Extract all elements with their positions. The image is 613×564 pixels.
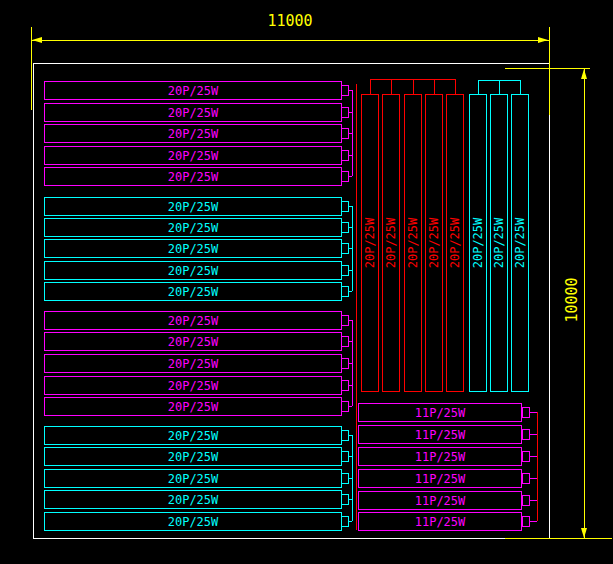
dim-arrow-up-icon <box>581 69 587 79</box>
group-trunk-line <box>352 206 353 291</box>
bar-20p-horizontal: 20P/25W <box>44 218 342 237</box>
bar-20p-horizontal: 20P/25W <box>44 490 342 509</box>
dim-arrow-down-icon <box>581 528 587 538</box>
connector-stub <box>341 286 349 297</box>
bar-20p-vertical-label: 20P/25W <box>406 218 420 269</box>
connector-stub <box>341 222 349 233</box>
connector-stub <box>341 243 349 254</box>
connector-stub <box>341 336 349 347</box>
group-trunk-line <box>370 79 455 80</box>
bar-20p-vertical-label: 20P/25W <box>384 218 398 269</box>
bar-20p-vertical-label: 20P/25W <box>492 218 506 269</box>
bar-20p-vertical-label: 20P/25W <box>363 218 377 269</box>
connector-stub <box>341 451 349 462</box>
dim-arrow-left-icon <box>32 37 42 43</box>
connector-line <box>530 456 537 457</box>
group-trunk-line <box>352 320 353 406</box>
connector-stub <box>522 407 530 418</box>
connector-line <box>530 434 537 435</box>
bar-20p-horizontal: 20P/25W <box>44 282 342 301</box>
connector-stub <box>341 171 349 182</box>
group-trunk-line <box>478 80 520 81</box>
cap-drop-line <box>478 80 479 94</box>
bar-20p-vertical: 20P/25W <box>361 94 379 392</box>
bar-20p-vertical: 20P/25W <box>382 94 400 392</box>
connector-stub <box>341 430 349 441</box>
connector-stub <box>341 201 349 212</box>
bar-20p-vertical: 20P/25W <box>446 94 464 392</box>
bar-20p-horizontal: 20P/25W <box>44 311 342 330</box>
bar-11p-horizontal: 11P/25W <box>358 425 522 444</box>
bar-20p-horizontal: 20P/25W <box>44 354 342 373</box>
bar-11p-horizontal: 11P/25W <box>358 469 522 488</box>
connector-stub <box>522 495 530 506</box>
bar-20p-horizontal: 20P/25W <box>44 261 342 280</box>
connector-stub <box>341 150 349 161</box>
connector-line <box>530 478 537 479</box>
bar-20p-horizontal: 20P/25W <box>44 167 342 186</box>
connector-line <box>349 291 352 292</box>
bar-20p-horizontal: 20P/25W <box>44 512 342 531</box>
bar-20p-vertical: 20P/25W <box>490 94 508 392</box>
connector-stub <box>341 380 349 391</box>
bar-20p-horizontal: 20P/25W <box>44 124 342 143</box>
connector-stub <box>522 473 530 484</box>
bar-20p-vertical: 20P/25W <box>511 94 529 392</box>
bar-20p-horizontal: 20P/25W <box>44 397 342 416</box>
cap-drop-line <box>455 79 456 94</box>
cap-drop-line <box>391 79 392 94</box>
cap-drop-line <box>434 79 435 94</box>
group-trunk-line <box>352 435 353 521</box>
connector-stub <box>522 516 530 527</box>
connector-line <box>349 521 352 522</box>
cap-drop-line <box>370 79 371 94</box>
riser-line <box>356 84 357 530</box>
cad-canvas: 11000 10000 20P/25W20P/25W20P/25W20P/25W… <box>0 0 613 564</box>
dim-line-width <box>31 40 550 41</box>
bar-20p-vertical: 20P/25W <box>469 94 487 392</box>
bar-20p-horizontal: 20P/25W <box>44 332 342 351</box>
bar-11p-horizontal: 11P/25W <box>358 447 522 466</box>
connector-stub <box>341 265 349 276</box>
bar-20p-horizontal: 20P/25W <box>44 81 342 100</box>
bar-20p-horizontal: 20P/25W <box>44 469 342 488</box>
bar-20p-vertical-label: 20P/25W <box>448 218 462 269</box>
connector-stub <box>341 358 349 369</box>
dim-arrow-right-icon <box>538 37 548 43</box>
connector-stub <box>341 315 349 326</box>
connector-stub <box>341 107 349 118</box>
connector-line <box>349 406 352 407</box>
bar-20p-vertical: 20P/25W <box>425 94 443 392</box>
dim-width-label: 11000 <box>262 13 318 29</box>
dim-line-height <box>584 68 585 539</box>
connector-line <box>349 176 352 177</box>
connector-line <box>530 412 537 413</box>
bar-11p-horizontal: 11P/25W <box>358 512 522 531</box>
bar-11p-horizontal: 11P/25W <box>358 491 522 510</box>
dim-extension-line-bottom-right <box>505 538 612 539</box>
bar-20p-horizontal: 20P/25W <box>44 146 342 165</box>
bar-20p-vertical-label: 20P/25W <box>471 218 485 269</box>
bar-20p-horizontal: 20P/25W <box>44 426 342 445</box>
connector-stub <box>522 451 530 462</box>
connector-stub <box>341 473 349 484</box>
connector-stub <box>341 516 349 527</box>
group-trunk-line <box>352 90 353 176</box>
bar-20p-vertical-label: 20P/25W <box>427 218 441 269</box>
cap-drop-line <box>499 80 500 94</box>
bar-20p-vertical: 20P/25W <box>404 94 422 392</box>
bar-20p-horizontal: 20P/25W <box>44 197 342 216</box>
cap-drop-line <box>520 80 521 94</box>
cap-drop-line <box>413 79 414 94</box>
connector-line <box>530 521 537 522</box>
connector-line <box>530 500 537 501</box>
connector-stub <box>341 85 349 96</box>
bar-20p-horizontal: 20P/25W <box>44 447 342 466</box>
connector-stub <box>341 128 349 139</box>
dim-extension-line-top-right <box>505 68 590 69</box>
bar-20p-horizontal: 20P/25W <box>44 103 342 122</box>
connector-stub <box>341 401 349 412</box>
connector-stub <box>522 429 530 440</box>
group-trunk-line <box>537 412 538 521</box>
dim-height-label: 10000 <box>564 268 580 332</box>
